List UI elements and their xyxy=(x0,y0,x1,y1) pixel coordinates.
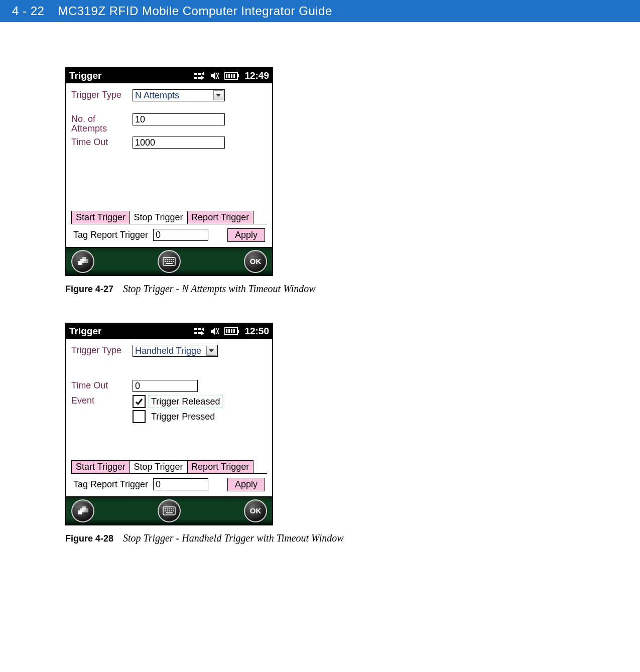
softkey-bar: OK xyxy=(66,496,272,524)
tag-report-input[interactable]: 0 xyxy=(153,478,208,490)
svg-rect-18 xyxy=(167,259,168,260)
clock: 12:50 xyxy=(244,326,269,337)
battery-icon xyxy=(224,327,239,335)
tag-report-label: Tag Report Trigger xyxy=(73,230,148,240)
keyboard-button[interactable] xyxy=(158,250,181,273)
apply-button[interactable]: Apply xyxy=(227,228,265,242)
svg-rect-10 xyxy=(231,74,232,78)
timeout-label: Time Out xyxy=(71,137,133,147)
svg-rect-26 xyxy=(173,261,174,262)
svg-rect-1 xyxy=(198,73,201,75)
tab-report-trigger[interactable]: Report Trigger xyxy=(187,460,253,473)
connectivity-icon xyxy=(194,327,205,336)
volume-icon xyxy=(210,327,219,336)
svg-rect-54 xyxy=(173,510,174,511)
tab-stop-trigger[interactable]: Stop Trigger xyxy=(130,460,188,473)
attempts-label: No. of Attempts xyxy=(71,113,133,133)
timeout-input[interactable]: 0 xyxy=(133,380,198,392)
tab-stop-trigger[interactable]: Stop Trigger xyxy=(130,211,188,224)
svg-rect-20 xyxy=(171,259,172,260)
figure-number: Figure 4-28 xyxy=(65,533,113,544)
start-button[interactable] xyxy=(71,250,94,273)
ok-button[interactable]: OK xyxy=(244,250,267,273)
battery-icon xyxy=(224,72,239,80)
svg-rect-46 xyxy=(167,508,168,509)
svg-rect-47 xyxy=(169,508,170,509)
figure-title: Stop Trigger - N Attempts with Timeout W… xyxy=(123,283,316,294)
svg-rect-27 xyxy=(166,263,173,264)
svg-rect-48 xyxy=(171,508,172,509)
tab-start-trigger[interactable]: Start Trigger xyxy=(71,211,130,224)
figure-number: Figure 4-27 xyxy=(65,284,113,294)
svg-rect-31 xyxy=(198,332,201,334)
tab-bar: Start Trigger Stop Trigger Report Trigge… xyxy=(71,211,267,224)
svg-rect-9 xyxy=(228,74,230,78)
svg-rect-55 xyxy=(166,512,173,513)
svg-rect-43 xyxy=(84,508,88,512)
attempts-input[interactable]: 10 xyxy=(133,113,225,125)
svg-rect-7 xyxy=(237,74,239,77)
svg-rect-30 xyxy=(194,332,197,334)
svg-rect-23 xyxy=(167,261,168,262)
svg-rect-24 xyxy=(169,261,170,262)
event-options: Trigger Released Trigger Pressed xyxy=(133,395,222,423)
page-title: MC319Z RFID Mobile Computer Integrator G… xyxy=(58,4,332,18)
trigger-type-label: Trigger Type xyxy=(71,345,133,355)
chevron-down-icon[interactable] xyxy=(206,346,216,356)
svg-rect-50 xyxy=(165,510,166,511)
svg-rect-53 xyxy=(171,510,172,511)
titlebar: Trigger 12:49 xyxy=(66,68,272,83)
tag-report-label: Tag Report Trigger xyxy=(73,479,148,490)
svg-rect-38 xyxy=(231,329,232,333)
volume-icon xyxy=(210,71,219,80)
event-released-checkbox[interactable] xyxy=(133,395,146,408)
status-area: 12:49 xyxy=(194,70,269,81)
svg-rect-35 xyxy=(237,330,239,333)
tag-report-row: Tag Report Trigger 0 Apply xyxy=(71,473,267,496)
device-screen-2: Trigger 12:50 Trigger Type Handheld Trig… xyxy=(65,323,273,525)
svg-rect-11 xyxy=(233,74,235,78)
svg-rect-17 xyxy=(165,259,166,260)
trigger-type-label: Trigger Type xyxy=(71,89,133,100)
tab-bar: Start Trigger Stop Trigger Report Trigge… xyxy=(71,460,267,473)
svg-rect-8 xyxy=(226,74,227,78)
apply-button[interactable]: Apply xyxy=(227,478,265,491)
status-area: 12:50 xyxy=(194,326,269,337)
page-content: Trigger 12:49 Trigger Type N Attempts xyxy=(0,22,640,569)
figure-caption-1: Figure 4-27 Stop Trigger - N Attempts wi… xyxy=(65,283,640,295)
figure-title: Stop Trigger - Handheld Trigger with Tim… xyxy=(123,532,344,544)
event-pressed-checkbox[interactable] xyxy=(133,410,146,423)
page-header: 4 - 22 MC319Z RFID Mobile Computer Integ… xyxy=(0,0,640,22)
svg-rect-36 xyxy=(226,329,227,333)
tag-report-row: Tag Report Trigger 0 Apply xyxy=(71,224,267,247)
tag-report-input[interactable]: 0 xyxy=(153,229,208,241)
keyboard-button[interactable] xyxy=(158,499,181,522)
svg-rect-28 xyxy=(194,328,197,330)
svg-rect-3 xyxy=(198,77,201,79)
titlebar: Trigger 12:50 xyxy=(66,324,272,339)
device-screen-1: Trigger 12:49 Trigger Type N Attempts xyxy=(65,67,273,276)
ok-button[interactable]: OK xyxy=(244,499,267,522)
svg-rect-49 xyxy=(173,508,174,509)
svg-rect-39 xyxy=(233,329,235,333)
timeout-input[interactable]: 1000 xyxy=(133,137,225,149)
timeout-label: Time Out xyxy=(71,380,133,390)
tab-start-trigger[interactable]: Start Trigger xyxy=(71,460,130,473)
figure-caption-2: Figure 4-28 Stop Trigger - Handheld Trig… xyxy=(65,532,640,544)
start-button[interactable] xyxy=(71,499,94,522)
window-title: Trigger xyxy=(69,70,101,81)
trigger-type-select[interactable]: N Attempts xyxy=(133,89,225,101)
event-label: Event xyxy=(71,395,133,406)
tab-report-trigger[interactable]: Report Trigger xyxy=(187,211,253,224)
page-number: 4 - 22 xyxy=(12,4,44,18)
window-title: Trigger xyxy=(69,326,101,337)
svg-rect-25 xyxy=(171,261,172,262)
clock: 12:49 xyxy=(244,70,269,81)
svg-rect-45 xyxy=(165,508,166,509)
screen-body: Trigger Type N Attempts No. of Attempts … xyxy=(66,83,272,247)
trigger-type-select[interactable]: Handheld Trigge xyxy=(133,345,218,357)
svg-rect-2 xyxy=(194,77,197,79)
chevron-down-icon[interactable] xyxy=(213,90,223,100)
svg-rect-21 xyxy=(173,259,174,260)
svg-rect-37 xyxy=(228,329,230,333)
